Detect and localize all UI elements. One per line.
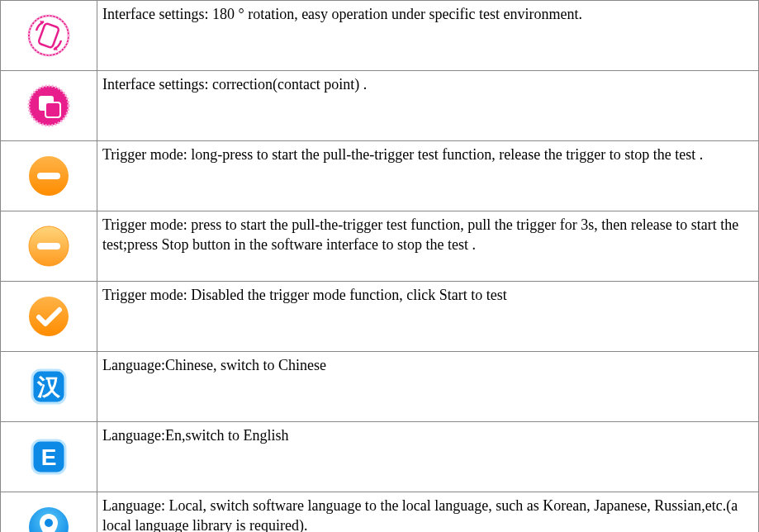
icon-cell — [1, 71, 97, 141]
description-cell: Trigger mode: Disabled the trigger mode … — [97, 282, 759, 352]
icon-cell — [1, 211, 97, 282]
lang-english-icon: E — [7, 435, 90, 478]
table-row: 汉 Language:Chinese, switch to Chinese — [1, 352, 759, 422]
description-cell: Trigger mode: press to start the pull-th… — [97, 211, 759, 282]
description-cell: Trigger mode: long-press to start the pu… — [97, 141, 759, 211]
table-row: Trigger mode: press to start the pull-th… — [1, 211, 759, 282]
table-row: Trigger mode: Disabled the trigger mode … — [1, 282, 759, 352]
lang-chinese-icon: 汉 — [7, 365, 90, 408]
trigger-longpress-icon — [7, 154, 90, 197]
description-cell: Language:Chinese, switch to Chinese — [97, 352, 759, 422]
trigger-disabled-icon — [7, 295, 90, 338]
svg-rect-10 — [37, 173, 60, 179]
settings-table: Interface settings: 180 ° rotation, easy… — [0, 0, 759, 532]
correction-icon — [7, 84, 90, 127]
description-cell: Language:En,switch to English — [97, 422, 759, 492]
svg-point-13 — [29, 297, 69, 336]
lang-local-icon — [7, 506, 90, 532]
trigger-press-icon — [7, 225, 90, 268]
icon-cell — [1, 492, 97, 533]
svg-rect-12 — [37, 243, 60, 249]
svg-text:汉: 汉 — [36, 374, 61, 400]
svg-text:E: E — [41, 444, 57, 470]
description-cell: Language: Local, switch software languag… — [97, 492, 759, 533]
table-row: Interface settings: correction(contact p… — [1, 71, 759, 141]
settings-table-body: Interface settings: 180 ° rotation, easy… — [1, 1, 759, 533]
table-row: Trigger mode: long-press to start the pu… — [1, 141, 759, 211]
description-cell: Interface settings: correction(contact p… — [97, 71, 759, 141]
svg-point-21 — [45, 519, 53, 527]
table-row: Language: Local, switch software languag… — [1, 492, 759, 533]
svg-rect-8 — [45, 102, 60, 117]
table-row: Interface settings: 180 ° rotation, easy… — [1, 1, 759, 71]
icon-cell — [1, 1, 97, 71]
icon-cell: 汉 — [1, 352, 97, 422]
icon-cell — [1, 282, 97, 352]
description-cell: Interface settings: 180 ° rotation, easy… — [97, 1, 759, 71]
rotate-icon — [7, 14, 90, 57]
icon-cell — [1, 141, 97, 211]
table-row: E Language:En,switch to English — [1, 422, 759, 492]
icon-cell: E — [1, 422, 97, 492]
